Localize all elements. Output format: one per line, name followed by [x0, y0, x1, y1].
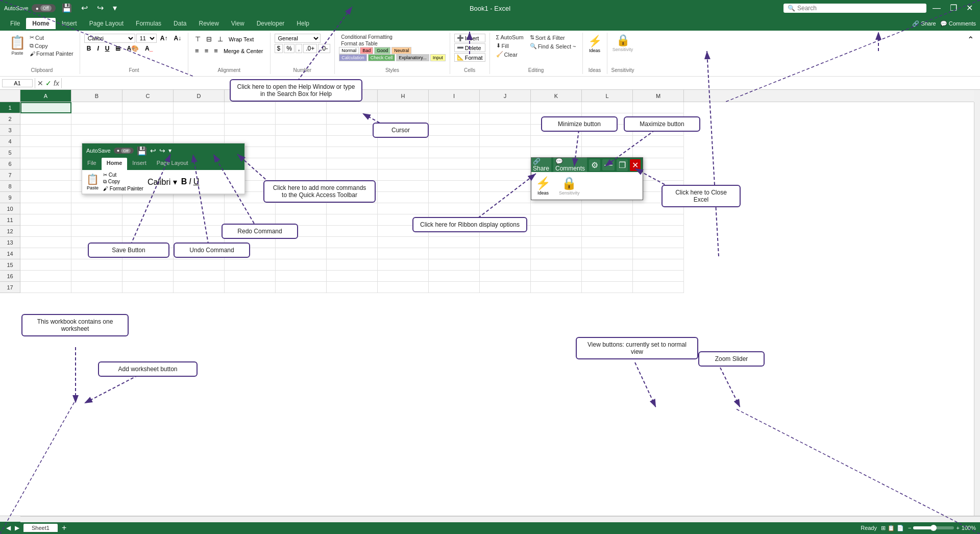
- align-top-button[interactable]: ⊤: [192, 34, 203, 44]
- mini-right-settings[interactable]: ⚙: [589, 159, 600, 171]
- cell-B3[interactable]: [71, 125, 122, 136]
- sheet-tab-1[interactable]: Sheet1: [23, 524, 58, 532]
- find-select-button[interactable]: 🔍 Find & Select ~: [528, 42, 578, 50]
- cell-F7[interactable]: [276, 169, 327, 181]
- insert-button[interactable]: ➕Insert: [454, 34, 485, 42]
- cell-K4[interactable]: [531, 136, 582, 147]
- cell-A5[interactable]: [20, 147, 71, 158]
- zoom-slider[interactable]: [913, 526, 954, 529]
- cell-M17[interactable]: [633, 282, 684, 293]
- row-header-11[interactable]: 11: [0, 214, 20, 226]
- cell-I11[interactable]: [429, 214, 480, 226]
- cell-A12[interactable]: [20, 226, 71, 237]
- cell-J15[interactable]: [480, 259, 531, 271]
- cell-D15[interactable]: [174, 259, 225, 271]
- cell-E11[interactable]: [225, 214, 276, 226]
- zoom-in-button[interactable]: +: [956, 525, 959, 531]
- col-header-M[interactable]: M: [633, 90, 684, 102]
- col-header-J[interactable]: J: [480, 90, 531, 102]
- tab-view[interactable]: View: [225, 18, 251, 29]
- cell-L2[interactable]: [582, 113, 633, 125]
- cell-K12[interactable]: [531, 226, 582, 237]
- row-header-17[interactable]: 17: [0, 282, 20, 293]
- cell-D2[interactable]: [174, 113, 225, 125]
- cell-K16[interactable]: [531, 271, 582, 282]
- cell-F9[interactable]: [276, 192, 327, 203]
- cell-L5[interactable]: [582, 147, 633, 158]
- cell-I13[interactable]: [429, 237, 480, 248]
- row-header-1[interactable]: 1: [0, 102, 20, 113]
- cell-L13[interactable]: [582, 237, 633, 248]
- tab-file[interactable]: File: [4, 18, 26, 29]
- cell-reference-box[interactable]: [2, 79, 33, 87]
- mini-tab-page-layout[interactable]: Page Layout: [152, 158, 193, 170]
- sort-filter-button[interactable]: ⇅ Sort & Filter: [528, 34, 578, 41]
- row-header-5[interactable]: 5: [0, 147, 20, 158]
- row-header-2[interactable]: 2: [0, 113, 20, 125]
- cell-C2[interactable]: [122, 113, 174, 125]
- cell-F13[interactable]: [276, 237, 327, 248]
- row-header-16[interactable]: 16: [0, 271, 20, 282]
- mini-right-minimize[interactable]: —: [602, 159, 615, 171]
- style-bad[interactable]: Bad: [360, 47, 373, 54]
- row-header-8[interactable]: 8: [0, 181, 20, 192]
- number-format-select[interactable]: General: [275, 34, 321, 43]
- align-right-button[interactable]: ≡: [211, 45, 220, 56]
- format-button[interactable]: 📐Format: [454, 53, 485, 62]
- merge-center-button[interactable]: Merge & Center: [221, 45, 266, 56]
- cell-L17[interactable]: [582, 282, 633, 293]
- cell-I17[interactable]: [429, 282, 480, 293]
- cell-M16[interactable]: [633, 271, 684, 282]
- row-header-6[interactable]: 6: [0, 158, 20, 169]
- cell-K17[interactable]: [531, 282, 582, 293]
- cell-D12[interactable]: [174, 226, 225, 237]
- cell-G15[interactable]: [327, 259, 378, 271]
- conditional-formatting-button[interactable]: Conditional Formatting: [339, 34, 445, 40]
- cell-A11[interactable]: [20, 214, 71, 226]
- cell-H12[interactable]: [378, 226, 429, 237]
- cell-H4[interactable]: [378, 136, 429, 147]
- cell-L4[interactable]: [582, 136, 633, 147]
- tab-developer[interactable]: Developer: [251, 18, 291, 29]
- style-check-cell[interactable]: Check Cell: [368, 54, 396, 61]
- align-center-button[interactable]: ≡: [202, 45, 211, 56]
- cell-C12[interactable]: [122, 226, 174, 237]
- cell-B17[interactable]: [71, 282, 122, 293]
- cell-M11[interactable]: [633, 214, 684, 226]
- cell-E17[interactable]: [225, 282, 276, 293]
- cell-G14[interactable]: [327, 248, 378, 259]
- cell-I3[interactable]: [429, 125, 480, 136]
- cell-L14[interactable]: [582, 248, 633, 259]
- cell-C1[interactable]: [122, 102, 174, 113]
- cell-H8[interactable]: [378, 181, 429, 192]
- align-middle-button[interactable]: ⊟: [204, 34, 214, 44]
- cell-L11[interactable]: [582, 214, 633, 226]
- cell-K10[interactable]: [531, 203, 582, 214]
- cell-M14[interactable]: [633, 248, 684, 259]
- cell-A9[interactable]: [20, 192, 71, 203]
- cell-M5[interactable]: [633, 147, 684, 158]
- cell-A10[interactable]: [20, 203, 71, 214]
- cell-M12[interactable]: [633, 226, 684, 237]
- autosave-toggle[interactable]: ● Off: [32, 4, 56, 12]
- cell-J2[interactable]: [480, 113, 531, 125]
- tab-home[interactable]: Home: [26, 18, 55, 29]
- col-header-G[interactable]: G: [327, 90, 378, 102]
- font-increase-button[interactable]: A↑: [158, 34, 170, 43]
- formula-cancel-button[interactable]: ✕: [37, 79, 43, 87]
- cell-F8[interactable]: [276, 181, 327, 192]
- cell-A4[interactable]: [20, 136, 71, 147]
- italic-button[interactable]: I: [94, 44, 101, 53]
- cell-H9[interactable]: [378, 192, 429, 203]
- font-color-button[interactable]: A_: [142, 44, 155, 53]
- cell-J4[interactable]: [480, 136, 531, 147]
- cell-A1[interactable]: [20, 102, 71, 113]
- cell-M2[interactable]: [633, 113, 684, 125]
- cell-K13[interactable]: [531, 237, 582, 248]
- style-neutral[interactable]: Neutral: [391, 47, 411, 54]
- cell-J16[interactable]: [480, 271, 531, 282]
- cell-J13[interactable]: [480, 237, 531, 248]
- cell-K14[interactable]: [531, 248, 582, 259]
- cell-G7[interactable]: [327, 169, 378, 181]
- cell-E16[interactable]: [225, 271, 276, 282]
